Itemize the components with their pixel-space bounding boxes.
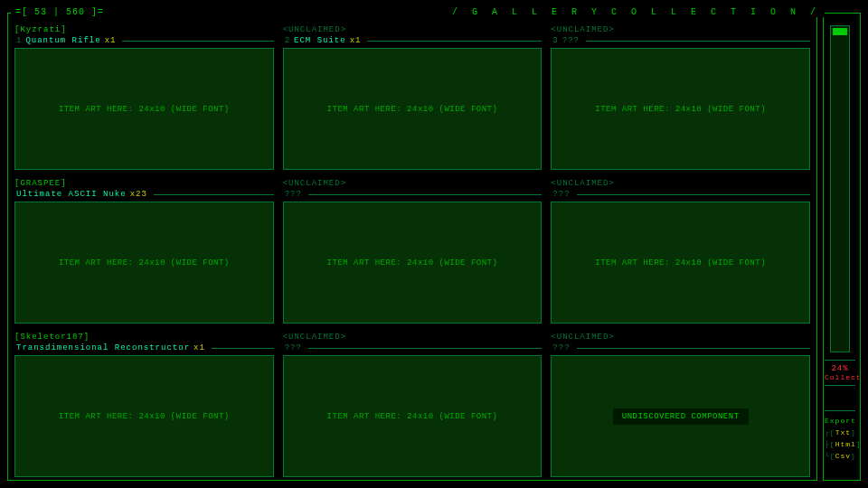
item-line: 1Quantum Riflex1 bbox=[14, 34, 274, 45]
export-html-button[interactable]: Html bbox=[830, 440, 862, 448]
item-unknown-label: ??? bbox=[552, 343, 570, 352]
art-box: ITEM ART HERE: 24x10 (WIDE FONT) bbox=[14, 202, 274, 324]
divider bbox=[122, 41, 273, 42]
gallery-card[interactable]: <UNCLAIMED>3???ITEM ART HERE: 24x10 (WID… bbox=[551, 25, 810, 170]
gallery-card[interactable]: <UNCLAIMED>2ECM Suitex1ITEM ART HERE: 24… bbox=[283, 25, 542, 170]
art-box: ITEM ART HERE: 24x10 (WIDE FONT) bbox=[283, 355, 542, 477]
art-box: ITEM ART HERE: 24x10 (WIDE FONT) bbox=[551, 48, 810, 170]
author-label: [Skeletor187] bbox=[14, 333, 274, 342]
undiscovered-badge: UNDISCOVERED COMPONENT bbox=[610, 406, 751, 427]
item-line: 3??? bbox=[551, 34, 810, 45]
item-line: 2ECM Suitex1 bbox=[283, 34, 542, 45]
art-box: ITEM ART HERE: 24x10 (WIDE FONT) bbox=[551, 202, 810, 324]
item-unknown-label: ??? bbox=[562, 36, 580, 45]
item-count: x23 bbox=[130, 190, 147, 199]
divider bbox=[577, 194, 810, 195]
unclaimed-label: <UNCLAIMED> bbox=[283, 25, 542, 34]
collection-stat: 24% Collect bbox=[825, 360, 855, 386]
item-unknown-label: ??? bbox=[285, 343, 302, 352]
scrollbar-thumb[interactable] bbox=[833, 28, 847, 35]
item-line: ??? bbox=[283, 188, 542, 199]
art-box: ITEM ART HERE: 24x10 (WIDE FONT) bbox=[14, 355, 274, 477]
art-box: ITEM ART HERE: 24x10 (WIDE FONT) bbox=[14, 48, 274, 170]
unclaimed-label: <UNCLAIMED> bbox=[283, 179, 542, 188]
item-number: 1 bbox=[16, 36, 22, 45]
export-title: Export bbox=[825, 415, 855, 427]
divider bbox=[367, 41, 542, 42]
page-title: / G A L L E R Y C O L L E C T I O N / bbox=[449, 7, 823, 17]
item-line: Transdimensional Reconstructorx1 bbox=[14, 342, 274, 352]
item-name-label: ECM Suite bbox=[294, 36, 346, 45]
unclaimed-label: <UNCLAIMED> bbox=[551, 333, 810, 342]
gallery-card[interactable]: [Skeletor187]Transdimensional Reconstruc… bbox=[14, 333, 274, 477]
author-label: [GRASPEE] bbox=[14, 179, 274, 188]
divider bbox=[154, 194, 274, 195]
item-line: Ultimate ASCII Nukex23 bbox=[14, 188, 274, 199]
art-box: ITEM ART HERE: 24x10 (WIDE FONT) bbox=[283, 48, 542, 170]
divider bbox=[212, 348, 274, 349]
divider bbox=[577, 348, 810, 349]
unclaimed-label: <UNCLAIMED> bbox=[551, 179, 810, 188]
item-unknown-label: ??? bbox=[552, 190, 570, 199]
export-panel: Export ┌Txt ├Html └Csv bbox=[825, 410, 855, 462]
item-count: x1 bbox=[105, 36, 117, 45]
unclaimed-label: <UNCLAIMED> bbox=[551, 25, 810, 34]
item-line: ??? bbox=[551, 342, 810, 352]
gallery-card[interactable]: [Kyzrati]1Quantum Riflex1ITEM ART HERE: … bbox=[14, 25, 274, 170]
gallery-card[interactable]: <UNCLAIMED>???ITEM ART HERE: 24x10 (WIDE… bbox=[551, 179, 810, 324]
item-unknown-label: ??? bbox=[285, 190, 302, 199]
art-box: UNDISCOVERED COMPONENT bbox=[551, 355, 810, 477]
item-number: 2 bbox=[285, 36, 290, 45]
export-txt-button[interactable]: Txt bbox=[830, 428, 856, 436]
gallery-card[interactable]: [GRASPEE]Ultimate ASCII Nukex23ITEM ART … bbox=[14, 179, 274, 324]
gallery-card[interactable]: <UNCLAIMED>???ITEM ART HERE: 24x10 (WIDE… bbox=[283, 333, 542, 477]
gallery-card[interactable]: <UNCLAIMED>???UNDISCOVERED COMPONENT bbox=[551, 333, 810, 477]
item-count: x1 bbox=[350, 36, 362, 45]
art-box: ITEM ART HERE: 24x10 (WIDE FONT) bbox=[283, 202, 542, 324]
gallery-card[interactable]: <UNCLAIMED>???ITEM ART HERE: 24x10 (WIDE… bbox=[283, 179, 542, 324]
unclaimed-label: <UNCLAIMED> bbox=[283, 333, 542, 342]
gallery-grid: [Kyzrati]1Quantum Riflex1ITEM ART HERE: … bbox=[14, 25, 810, 477]
item-line: ??? bbox=[283, 342, 542, 352]
divider bbox=[308, 194, 542, 195]
item-line: ??? bbox=[551, 188, 810, 199]
item-count: x1 bbox=[193, 343, 205, 352]
export-csv-button[interactable]: Csv bbox=[830, 452, 856, 460]
item-name-label: Ultimate ASCII Nuke bbox=[16, 190, 127, 199]
item-counter: =[ 53 | 560 ]= bbox=[13, 7, 107, 17]
collect-percent: 24% bbox=[825, 364, 855, 373]
divider bbox=[308, 348, 542, 349]
item-number: 3 bbox=[552, 36, 558, 45]
collect-label: Collect bbox=[825, 373, 855, 381]
item-name-label: Transdimensional Reconstructor bbox=[16, 343, 190, 352]
divider bbox=[586, 41, 810, 42]
header-bar: =[ 53 | 560 ]= / G A L L E R Y C O L L E… bbox=[11, 7, 825, 17]
item-name-label: Quantum Rifle bbox=[25, 36, 100, 45]
author-label: [Kyzrati] bbox=[14, 25, 274, 34]
scrollbar[interactable] bbox=[830, 25, 850, 352]
